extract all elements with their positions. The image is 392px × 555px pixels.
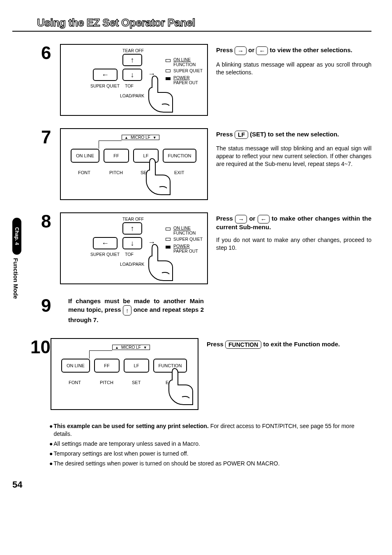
- left-arrow-icon: ←: [101, 240, 109, 247]
- button-down: ↓: [122, 237, 142, 249]
- label-function: FUNCTION: [173, 230, 196, 235]
- label-function: FUNCTION: [173, 62, 196, 67]
- step9-text: If changes must be made to another Main …: [68, 297, 204, 324]
- label-tof: TOF: [125, 252, 134, 257]
- label-set: SET: [132, 380, 141, 385]
- label-paperout: PAPER OUT: [173, 80, 198, 85]
- label-superquiet: SUPER QUIET: [90, 83, 120, 88]
- step6-intro: Press → or ← to view the other selection…: [216, 46, 371, 55]
- led-superquiet: [166, 238, 171, 241]
- note-1-bold: This example can be used for setting any…: [53, 423, 208, 429]
- step6-explain: A blinking status message will appear as…: [216, 61, 371, 76]
- button-ff: FF: [94, 359, 120, 373]
- label-superquiet: SUPER QUIET: [90, 252, 120, 257]
- panel-arrows-6: TEAR OFF ↑ ← ↓ → SUPER QUIET TOF LOAD/PA…: [60, 44, 208, 116]
- panel-arrows-8: TEAR OFF ↑ ← ↓ → SUPER QUIET TOF LOAD/PA…: [60, 212, 208, 284]
- tri-up-icon: ▲: [125, 136, 128, 140]
- label-led-superquiet: SUPER QUIET: [173, 237, 203, 242]
- chapter-pill: Chap. 4: [12, 218, 21, 255]
- t: Press: [216, 215, 235, 222]
- micro-lf-box: ▲ MICRO LF ▼: [122, 135, 159, 140]
- keycap-left: ←: [256, 46, 268, 55]
- keycap-left: ←: [258, 215, 270, 223]
- t: or: [247, 46, 256, 53]
- label-online: ON LINE: [173, 226, 191, 230]
- note-1: ●This example can be used for setting an…: [49, 422, 371, 438]
- label-exit: EXIT: [174, 170, 184, 175]
- t: (SET) to set the new selection.: [248, 131, 339, 138]
- label-online: ON LINE: [173, 57, 191, 62]
- keycap-function: FUNCTION: [225, 341, 261, 349]
- line: [99, 140, 99, 149]
- panel-function-10: ▲ MICRO LF ▼ ON LINE FF LF FUNCTION FONT…: [51, 338, 198, 410]
- led-online: [166, 228, 171, 230]
- chapter-label: Chap. 4: [14, 227, 20, 245]
- step-9: 9 If changes must be made to another Mai…: [41, 297, 371, 324]
- step7-explain: The status message will stop blinking an…: [216, 145, 371, 168]
- step-number-6: 6: [41, 44, 60, 116]
- label-led-superquiet: SUPER QUIET: [173, 68, 203, 73]
- t: to exit the Function mode.: [261, 341, 340, 348]
- micro-label: MICRO LF: [121, 345, 141, 350]
- micro-label: MICRO LF: [131, 135, 150, 140]
- micro-lf-box: ▲ MICRO LF ▼: [112, 345, 150, 350]
- label-pitch: PITCH: [100, 380, 113, 385]
- label-pitch: PITCH: [109, 170, 123, 175]
- note-3-text: Temporary settings are lost when power i…: [53, 450, 188, 458]
- finger-icon: [145, 156, 161, 189]
- note-4-text: The desired settings when power is turne…: [53, 460, 279, 467]
- t: or: [247, 215, 258, 222]
- finger-icon: [147, 242, 164, 275]
- down-arrow-icon: ↓: [131, 71, 134, 78]
- finger-icon: [167, 366, 184, 399]
- button-down: ↓: [122, 69, 142, 81]
- keycap-right: →: [235, 46, 247, 55]
- step-number-10: 10: [30, 338, 51, 410]
- down-arrow-icon: ↓: [131, 240, 134, 247]
- step-6: 6 TEAR OFF ↑ ← ↓ → SUPER QUIET TOF LOAD/…: [41, 44, 371, 116]
- button-lf: LF: [124, 359, 149, 373]
- note-4: ●The desired settings when power is turn…: [49, 460, 371, 467]
- label-tof: TOF: [125, 83, 134, 88]
- step10-intro: Press FUNCTION to exit the Function mode…: [207, 341, 371, 349]
- left-arrow-icon: ←: [101, 71, 109, 78]
- step-10: 10 ▲ MICRO LF ▼ ON LINE FF LF FUNCTION F…: [30, 338, 371, 410]
- button-up: ↑: [122, 54, 142, 66]
- step-number-9: 9: [41, 297, 60, 315]
- line: [99, 140, 122, 141]
- line: [89, 350, 112, 351]
- t: Press: [216, 46, 235, 53]
- keycap-lf: LF: [235, 131, 248, 139]
- label-tearoff: TEAR OFF: [122, 216, 144, 221]
- label-font: FONT: [78, 170, 90, 175]
- label-loadpark: LOAD/PARK: [120, 262, 144, 267]
- led-online: [166, 59, 171, 62]
- note-2-text: All settings made are temporary unless s…: [53, 440, 200, 448]
- side-tab: Chap. 4 Function Mode: [12, 218, 21, 333]
- led-superquiet: [166, 69, 171, 72]
- step7-intro: Press LF (SET) to set the new selection.: [216, 131, 371, 139]
- label-paperout: PAPER OUT: [173, 249, 198, 253]
- note-2: ●All settings made are temporary unless …: [49, 440, 371, 448]
- notes-list: ●This example can be used for setting an…: [49, 422, 371, 467]
- button-ff: FF: [104, 149, 129, 163]
- keycap-up: ↑: [123, 305, 132, 315]
- step-number-8: 8: [41, 212, 60, 284]
- button-up: ↑: [122, 222, 142, 235]
- section-label: Function Mode: [12, 258, 19, 299]
- line: [89, 350, 90, 359]
- keycap-right: →: [235, 215, 247, 223]
- up-arrow-icon: ↑: [131, 56, 134, 64]
- note-3: ●Temporary settings are lost when power …: [49, 450, 371, 458]
- tri-down-icon: ▼: [153, 136, 157, 140]
- up-arrow-icon: ↑: [131, 225, 134, 232]
- step8-intro: Press → or ← to make other changes withi…: [216, 215, 371, 230]
- step-number-7: 7: [41, 128, 60, 200]
- button-online: ON LINE: [61, 359, 90, 373]
- button-left: ←: [93, 69, 118, 81]
- tri-down-icon: ▼: [143, 345, 147, 350]
- step-8: 8 TEAR OFF ↑ ← ↓ → SUPER QUIET TOF LOAD/…: [41, 212, 371, 284]
- tri-up-icon: ▲: [115, 345, 119, 350]
- t: Press: [207, 341, 225, 348]
- step-7: 7 ▲ MICRO LF ▼ ON LINE FF LF FUNCTION FO…: [41, 128, 371, 200]
